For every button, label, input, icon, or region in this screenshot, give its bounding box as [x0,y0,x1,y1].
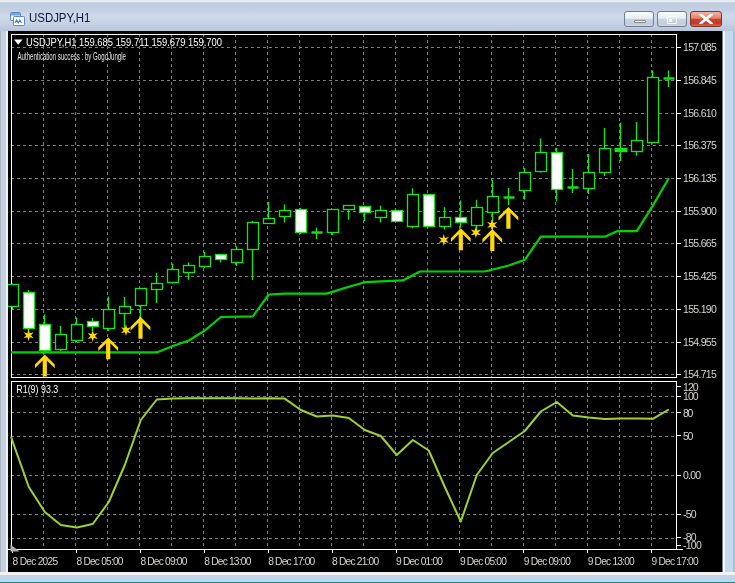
svg-text:154.955: 154.955 [683,336,717,348]
svg-text:-50: -50 [683,508,697,520]
svg-text:R1(9) 93.3: R1(9) 93.3 [16,383,58,395]
svg-text:8 Dec 05:00: 8 Dec 05:00 [77,556,124,567]
svg-text:155.900: 155.900 [683,205,717,217]
svg-text:155.190: 155.190 [683,303,717,315]
svg-text:9 Dec 01:00: 9 Dec 01:00 [396,556,443,567]
svg-text:156.610: 156.610 [683,107,717,119]
svg-text:8 Dec 17:00: 8 Dec 17:00 [268,556,315,567]
svg-text:8 Dec 13:00: 8 Dec 13:00 [204,556,251,567]
svg-text:80: 80 [683,407,694,419]
svg-text:0.00: 0.00 [683,469,701,481]
svg-text:USDJPY,H1 159.685 159.711 159.: USDJPY,H1 159.685 159.711 159.679 159.70… [26,36,222,48]
svg-text:154.715: 154.715 [683,368,717,380]
svg-text:9 Dec 05:00: 9 Dec 05:00 [460,556,507,567]
svg-text:155.425: 155.425 [683,270,717,282]
svg-text:156.845: 156.845 [683,74,717,86]
svg-text:156.375: 156.375 [683,139,717,151]
svg-text:157.085: 157.085 [683,41,717,53]
svg-text:9 Dec 13:00: 9 Dec 13:00 [588,556,635,567]
svg-text:50: 50 [683,430,694,442]
svg-text:100: 100 [683,390,699,402]
svg-text:156.135: 156.135 [683,172,717,184]
svg-text:8 Dec 2025: 8 Dec 2025 [13,556,59,567]
svg-text:8 Dec 21:00: 8 Dec 21:00 [332,556,379,567]
svg-text:Authentication success : by Go: Authentication success : by GogoJungle [18,51,127,62]
svg-text:-100: -100 [683,539,702,551]
svg-text:9 Dec 17:00: 9 Dec 17:00 [652,556,699,567]
svg-text:155.665: 155.665 [683,237,717,249]
svg-text:9 Dec 09:00: 9 Dec 09:00 [524,556,571,567]
svg-text:8 Dec 09:00: 8 Dec 09:00 [140,556,187,567]
